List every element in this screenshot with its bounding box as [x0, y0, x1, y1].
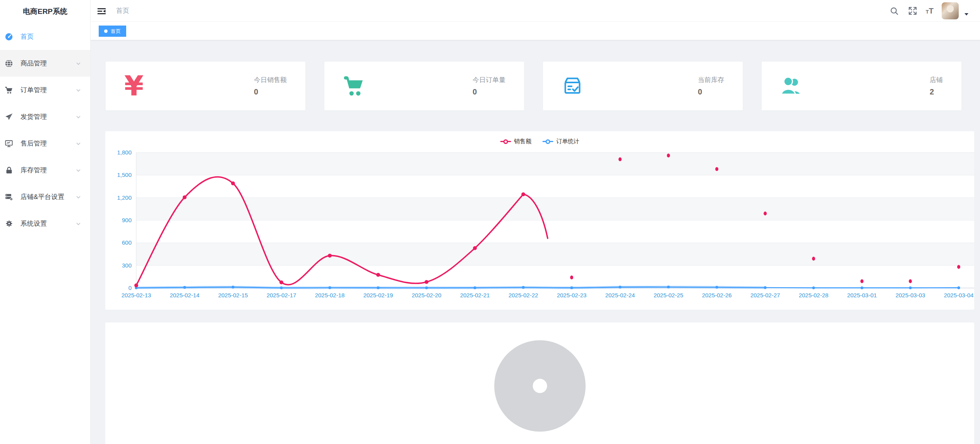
chart-legend: 销售额 订单统计 [500, 138, 579, 145]
svg-text:1,200: 1,200 [117, 194, 132, 201]
svg-text:2025-02-13: 2025-02-13 [122, 292, 151, 298]
sidebar-item-inventory[interactable]: 库存管理 [0, 157, 90, 183]
svg-text:2025-02-25: 2025-02-25 [654, 292, 684, 298]
cart-icon [343, 75, 367, 97]
svg-text:2025-02-21: 2025-02-21 [460, 292, 490, 298]
empty-pie-chart [494, 340, 586, 432]
legend-item-orders[interactable]: 订单统计 [542, 138, 579, 145]
sales-chart-panel: 销售额 订单统计 03006009001,2001,5001,8002025-0… [105, 131, 974, 310]
pie-hole [533, 379, 547, 393]
svg-text:2025-02-15: 2025-02-15 [218, 292, 248, 298]
globe-icon [4, 59, 14, 68]
chevron-down-icon [76, 141, 81, 146]
svg-text:2025-02-26: 2025-02-26 [702, 292, 732, 298]
svg-text:300: 300 [122, 262, 132, 269]
yen-icon: ¥ [124, 72, 144, 100]
chevron-down-icon [76, 168, 81, 173]
svg-text:0: 0 [128, 285, 132, 291]
sidebar-item-store-platform-settings[interactable]: 店铺&平台设置 [0, 183, 90, 210]
tab-active-dot [104, 29, 108, 33]
sidebar-item-label: 首页 [21, 32, 34, 41]
dashboard-icon [4, 32, 14, 41]
sidebar-item-label: 库存管理 [21, 166, 47, 175]
legend-item-sales[interactable]: 销售额 [500, 138, 531, 145]
svg-text:2025-02-18: 2025-02-18 [315, 292, 345, 298]
sidebar-item-shipping[interactable]: 发货管理 [0, 103, 90, 130]
svg-text:2025-02-22: 2025-02-22 [509, 292, 538, 298]
svg-text:2025-02-28: 2025-02-28 [799, 292, 829, 298]
sidebar-item-orders[interactable]: 订单管理 [0, 77, 90, 103]
sidebar-item-label: 商品管理 [21, 59, 47, 68]
monitor-icon [4, 139, 14, 148]
stat-card-inventory: 当前库存 0 [543, 61, 743, 111]
gear-icon [4, 219, 14, 228]
sidebar-item-system-settings[interactable]: 系统设置 [0, 210, 90, 237]
stat-card-sales: ¥ 今日销售额 0 [105, 61, 306, 111]
stat-card-label: 今日订单量 [473, 75, 505, 84]
chevron-down-icon [76, 87, 81, 93]
svg-text:1,800: 1,800 [117, 149, 132, 156]
sidebar-item-label: 售后管理 [21, 139, 47, 148]
sidebar: 电商ERP系统 首页 商品管理 订单管理 发货管理 售后管理 [0, 0, 91, 444]
platform-icon [4, 192, 14, 202]
legend-orders-marker-icon [542, 139, 553, 144]
sidebar-item-products[interactable]: 商品管理 [0, 50, 90, 77]
svg-text:2025-02-24: 2025-02-24 [605, 292, 635, 298]
search-icon[interactable] [889, 6, 899, 16]
legend-label: 销售额 [514, 138, 531, 145]
sidebar-item-label: 系统设置 [21, 219, 47, 228]
main-area: 首页 TT 首页 ¥ 今日销售额 0 [91, 0, 980, 444]
page-content: ¥ 今日销售额 0 今日订单量 0 [91, 40, 980, 444]
shops-users-icon [780, 76, 803, 96]
fullscreen-icon[interactable] [908, 6, 918, 16]
stat-card-value: 0 [473, 87, 505, 96]
svg-text:2025-02-27: 2025-02-27 [750, 292, 780, 298]
legend-label: 订单统计 [556, 138, 579, 145]
svg-text:900: 900 [122, 217, 132, 223]
stat-card-label: 当前库存 [698, 75, 724, 84]
chevron-down-icon [76, 61, 81, 66]
stat-card-value: 0 [698, 87, 724, 96]
sales-orders-line-chart[interactable]: 03006009001,2001,5001,8002025-02-132025-… [105, 131, 974, 310]
avatar[interactable] [942, 2, 959, 19]
svg-text:1,500: 1,500 [117, 171, 132, 178]
send-icon [4, 112, 14, 122]
breadcrumb[interactable]: 首页 [116, 0, 129, 22]
lock-icon [4, 166, 14, 175]
collapse-menu-icon[interactable] [97, 7, 106, 16]
stat-card-label: 今日销售额 [254, 75, 287, 84]
sidebar-item-label: 发货管理 [21, 112, 47, 121]
topbar-actions: TT [889, 0, 968, 22]
topbar: 首页 TT [91, 0, 980, 22]
stat-card-label: 店铺 [930, 75, 943, 84]
svg-text:2025-03-04: 2025-03-04 [944, 292, 974, 298]
stat-card-value: 2 [930, 87, 943, 96]
sidebar-item-label: 订单管理 [21, 86, 47, 94]
stat-card-shops: 店铺 2 [761, 61, 962, 111]
svg-text:2025-03-01: 2025-03-01 [847, 292, 877, 298]
chevron-down-icon [76, 194, 81, 199]
tab-home[interactable]: 首页 [99, 26, 126, 37]
app-title: 电商ERP系统 [0, 0, 90, 23]
cart-icon [4, 86, 14, 95]
stat-card-value: 0 [254, 87, 287, 96]
legend-sales-marker-icon [500, 139, 511, 144]
svg-text:2025-02-14: 2025-02-14 [170, 292, 200, 298]
svg-text:2025-02-19: 2025-02-19 [363, 292, 393, 298]
chevron-down-icon [76, 221, 81, 226]
sidebar-item-label: 店铺&平台设置 [21, 192, 64, 201]
stats-row: ¥ 今日销售额 0 今日订单量 0 [105, 61, 962, 111]
svg-text:2025-03-03: 2025-03-03 [896, 292, 925, 298]
svg-text:600: 600 [122, 239, 132, 246]
svg-text:2025-02-23: 2025-02-23 [557, 292, 587, 298]
svg-text:2025-02-17: 2025-02-17 [267, 292, 296, 298]
font-size-icon[interactable]: TT [926, 7, 934, 15]
caret-down-icon[interactable] [965, 13, 968, 15]
svg-text:2025-02-20: 2025-02-20 [412, 292, 442, 298]
pie-chart-panel [105, 322, 974, 444]
sidebar-item-home[interactable]: 首页 [0, 23, 90, 50]
sidebar-item-aftersales[interactable]: 售后管理 [0, 130, 90, 157]
inventory-box-icon [562, 75, 583, 97]
chevron-down-icon [76, 114, 81, 119]
stat-card-orders: 今日订单量 0 [324, 61, 524, 111]
